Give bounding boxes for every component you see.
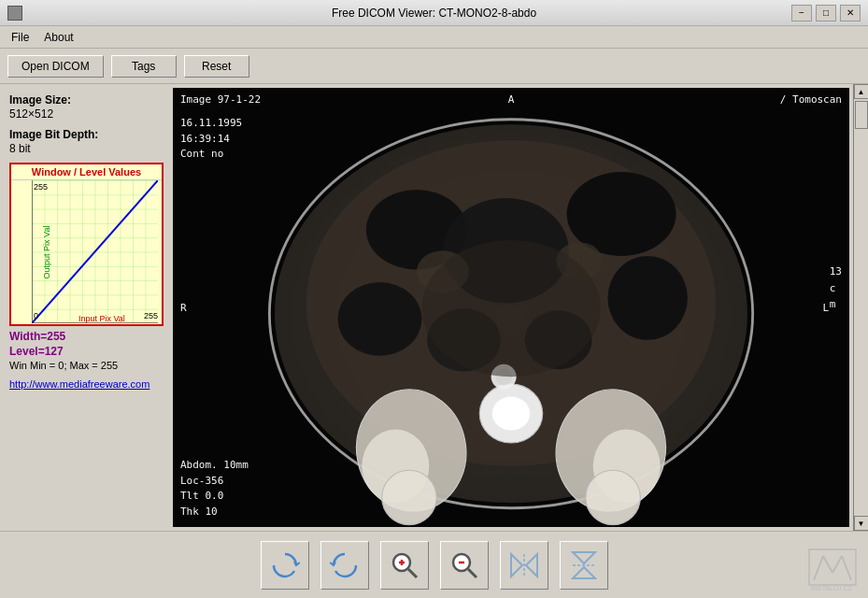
reset-button[interactable]: Reset: [184, 55, 249, 78]
level-label: Level=127: [9, 345, 64, 358]
scrollbar-track: ▲ ▼: [853, 84, 868, 531]
level-value: Level=127: [9, 345, 164, 358]
ct-scan-image: Image 97-1-22 A / Tomoscan 16.11.1995 16…: [173, 88, 849, 527]
svg-text:Input Pix Val: Input Pix Val: [78, 314, 125, 323]
flip-v-icon: [569, 550, 599, 580]
width-value: Width=255: [9, 330, 164, 343]
zoom-out-icon: [449, 550, 479, 580]
svg-text:INSTALUJ.CZ: INSTALUJ.CZ: [811, 585, 853, 591]
svg-line-37: [468, 569, 477, 577]
win-min-max: Win Min = 0; Max = 255: [9, 360, 164, 371]
svg-text:0: 0: [34, 311, 38, 320]
scrollbar-thumb[interactable]: [855, 101, 868, 129]
toolbar: Open DICOM Tags Reset: [0, 49, 868, 84]
svg-line-34: [408, 569, 417, 577]
tags-button[interactable]: Tags: [111, 55, 177, 78]
bit-depth-value: 8 bit: [9, 142, 164, 155]
title-bar-title: Free DICOM Viewer: CT-MONO2-8-abdo: [332, 7, 536, 20]
rotate-ccw-icon: [330, 550, 360, 580]
svg-point-22: [607, 256, 687, 340]
wl-chart-title: Window / Level Values: [11, 164, 162, 180]
svg-line-47: [832, 556, 842, 573]
svg-point-12: [492, 397, 530, 431]
svg-line-45: [814, 556, 823, 580]
zoom-out-button[interactable]: [440, 541, 489, 590]
title-bar: Free DICOM Viewer: CT-MONO2-8-abdo − □ ✕: [0, 0, 868, 26]
svg-marker-42: [573, 567, 595, 578]
title-bar-left: [7, 6, 22, 21]
svg-marker-39: [526, 554, 537, 577]
svg-text:255: 255: [34, 182, 48, 192]
menu-about[interactable]: About: [36, 29, 80, 46]
image-wrapper: Image 97-1-22 A / Tomoscan 16.11.1995 16…: [173, 84, 868, 531]
svg-point-17: [382, 470, 436, 524]
flip-h-button[interactable]: [500, 541, 548, 590]
restore-button[interactable]: □: [816, 5, 836, 21]
svg-line-46: [823, 556, 832, 573]
main-content: Image Size: 512×512 Image Bit Depth: 8 b…: [0, 84, 868, 531]
bottom-toolbar: INSTALUJ.CZ: [0, 531, 868, 598]
chart-grid-svg: 0 255 255 Input Pix Val: [32, 180, 158, 323]
rotate-cw-icon: [270, 550, 300, 580]
image-size-label: Image Size:: [9, 93, 164, 107]
bit-depth-label: Image Bit Depth:: [9, 128, 164, 141]
svg-rect-44: [809, 549, 856, 585]
title-bar-controls: − □ ✕: [791, 5, 861, 21]
flip-h-icon: [509, 550, 539, 580]
zoom-in-icon: [390, 550, 420, 580]
menu-bar: File About: [0, 26, 868, 49]
image-size-value: 512×512: [9, 107, 164, 121]
instaluj-watermark: INSTALUJ.CZ: [804, 545, 861, 591]
zoom-in-button[interactable]: [380, 541, 429, 590]
flip-v-button[interactable]: [560, 541, 608, 590]
minimize-button[interactable]: −: [791, 5, 812, 21]
svg-text:255: 255: [144, 311, 158, 320]
svg-point-18: [586, 470, 640, 524]
svg-point-30: [421, 240, 600, 377]
watermark-area: INSTALUJ.CZ: [804, 545, 861, 594]
rotate-cw-button[interactable]: [261, 541, 309, 590]
ct-body-svg: [173, 88, 849, 527]
scrollbar-up-button[interactable]: ▲: [854, 84, 869, 99]
scrollbar-down-button[interactable]: ▼: [854, 516, 869, 531]
svg-line-48: [842, 556, 851, 580]
svg-point-21: [337, 282, 421, 356]
wl-chart-body: Output Pix Val 0: [11, 180, 165, 323]
app-icon: [7, 6, 22, 21]
width-label: Width=255: [9, 330, 65, 343]
open-dicom-button[interactable]: Open DICOM: [7, 55, 104, 78]
rotate-ccw-button[interactable]: [320, 541, 369, 590]
wl-values: Width=255 Level=127 Win Min = 0; Max = 2…: [9, 330, 164, 371]
left-panel: Image Size: 512×512 Image Bit Depth: 8 b…: [0, 84, 173, 531]
svg-marker-41: [573, 552, 595, 563]
svg-marker-38: [511, 554, 522, 577]
website-link[interactable]: http://www.mediafreeware.com: [9, 378, 164, 390]
wl-chart: Window / Level Values Output Pix Val: [9, 163, 164, 326]
close-button[interactable]: ✕: [840, 5, 861, 21]
menu-file[interactable]: File: [4, 29, 36, 46]
ct-image-area[interactable]: Image 97-1-22 A / Tomoscan 16.11.1995 16…: [173, 88, 849, 527]
